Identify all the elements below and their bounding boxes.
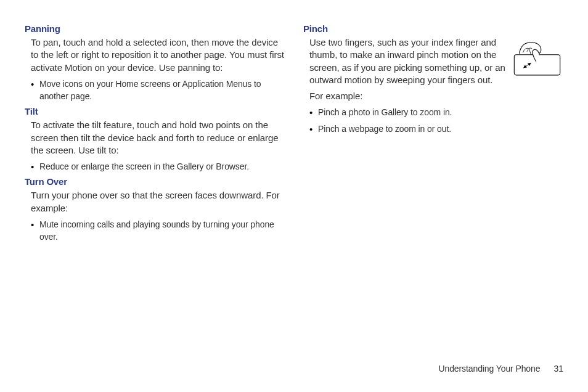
turnover-bullets: Mute incoming calls and playing sounds b…: [31, 218, 285, 243]
tilt-bullets: Reduce or enlarge the screen in the Gall…: [31, 160, 285, 173]
list-item: Pinch a photo in Gallery to zoom in.: [309, 106, 563, 118]
pinch-section: Pinch Use two fingers, such as your inde…: [303, 23, 563, 135]
footer-page-number: 31: [553, 364, 563, 374]
turnover-section: Turn Over Turn your phone over so that t…: [25, 176, 285, 243]
right-column: Pinch Use two fingers, such as your inde…: [303, 23, 563, 247]
list-item: Reduce or enlarge the screen in the Gall…: [31, 160, 285, 173]
pinch-bullets: Pinch a photo in Gallery to zoom in. Pin…: [309, 106, 563, 135]
content-columns: Panning To pan, touch and hold a selecte…: [25, 23, 563, 247]
tilt-text: To activate the tilt feature, touch and …: [31, 119, 285, 157]
turnover-heading: Turn Over: [25, 176, 285, 187]
page-footer: Understanding Your Phone 31: [438, 364, 563, 374]
panning-text: To pan, touch and hold a selected icon, …: [31, 36, 285, 74]
tilt-heading: Tilt: [25, 106, 285, 116]
pinch-gesture-icon: [511, 36, 563, 90]
svg-marker-2: [523, 65, 527, 68]
pinch-text: Use two fingers, such as your index fing…: [309, 36, 506, 86]
left-column: Panning To pan, touch and hold a selecte…: [25, 23, 285, 247]
list-item: Move icons on your Home screens or Appli…: [31, 78, 285, 103]
panning-section: Panning To pan, touch and hold a selecte…: [25, 23, 285, 102]
pinch-example-label: For example:: [309, 90, 563, 102]
list-item: Mute incoming calls and playing sounds b…: [31, 218, 285, 243]
turnover-text: Turn your phone over so that the screen …: [31, 189, 285, 214]
pinch-content-row: Use two fingers, such as your index fing…: [303, 36, 563, 90]
svg-marker-3: [528, 63, 531, 66]
panning-heading: Panning: [25, 23, 285, 34]
pinch-heading: Pinch: [303, 23, 563, 34]
tilt-section: Tilt To activate the tilt feature, touch…: [25, 106, 285, 173]
pinch-text-block: Use two fingers, such as your index fing…: [303, 36, 506, 90]
footer-section-title: Understanding Your Phone: [438, 364, 540, 374]
list-item: Pinch a webpage to zoom in or out.: [309, 123, 563, 135]
panning-bullets: Move icons on your Home screens or Appli…: [31, 78, 285, 103]
